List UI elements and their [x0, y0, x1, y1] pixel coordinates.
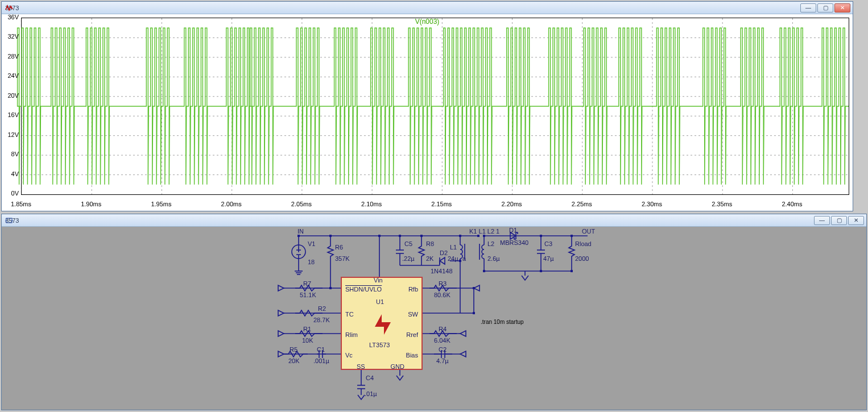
- pin-ss: SS: [357, 363, 365, 370]
- waveform-window: 3573 — ▢ ✕ V(n003) 0V4V8V12V16V20V24V28V…: [1, 1, 853, 211]
- y-tick: 16V: [2, 111, 19, 118]
- x-tick: 1.85ms: [11, 201, 31, 207]
- l1-val: 24µ: [448, 255, 458, 262]
- ic-part: LT3573: [369, 342, 390, 348]
- svg-rect-67: [540, 235, 542, 237]
- y-tick: 24V: [2, 72, 19, 79]
- scope-icon: [5, 4, 13, 12]
- r5-val: 20K: [288, 357, 300, 364]
- svg-rect-20: [6, 218, 12, 223]
- svg-rect-73: [483, 270, 485, 272]
- close-button[interactable]: ✕: [848, 216, 864, 225]
- x-tick: 2.20ms: [501, 201, 522, 207]
- r4-ref: R4: [439, 326, 447, 332]
- r2-val: 28.7K: [313, 317, 330, 323]
- rload-val: 2000: [575, 255, 589, 262]
- svg-marker-81: [278, 331, 284, 336]
- waveform-titlebar[interactable]: 3573 — ▢ ✕: [2, 2, 853, 14]
- l1-ref: L1: [450, 244, 457, 251]
- wiring: [2, 227, 867, 411]
- pin-rlim: Rlim: [345, 331, 358, 338]
- pin-rref: Rref: [406, 331, 418, 338]
- v1-val: 18: [308, 259, 315, 265]
- ic-lt3573: Vin SHDN/UVLO TC Rlim Vc SS GND Bias Rre…: [341, 277, 423, 370]
- ic-ref: U1: [376, 298, 384, 305]
- waveform-svg: [22, 18, 849, 194]
- r8-ref: R8: [426, 240, 434, 247]
- minimize-button[interactable]: —: [814, 216, 830, 225]
- c2-ref: C2: [439, 346, 447, 353]
- close-button[interactable]: ✕: [834, 3, 850, 13]
- schematic-body[interactable]: Vin SHDN/UVLO TC Rlim Vc SS GND Bias Rre…: [2, 227, 866, 410]
- d2-ref: D2: [440, 249, 448, 256]
- svg-rect-74: [540, 270, 542, 272]
- pin-rfb: Rfb: [408, 286, 418, 293]
- svg-marker-80: [278, 310, 284, 316]
- schematic-window: 3573 — ▢ ✕: [1, 214, 867, 410]
- schematic-icon: [5, 217, 13, 224]
- r8-val: 2K: [426, 255, 433, 262]
- r7-ref: R7: [303, 280, 311, 287]
- svg-marker-82: [278, 351, 284, 357]
- pin-gnd: GND: [391, 363, 404, 370]
- svg-marker-83: [460, 331, 466, 336]
- x-tick: 2.10ms: [361, 201, 382, 207]
- r3-ref: R3: [439, 280, 447, 287]
- l2-ref: L2: [487, 240, 494, 247]
- y-tick: 4V: [2, 170, 19, 177]
- maximize-button[interactable]: ▢: [831, 216, 847, 225]
- maximize-button[interactable]: ▢: [817, 3, 833, 13]
- x-tick: 2.40ms: [782, 201, 802, 207]
- x-tick: 2.15ms: [431, 201, 452, 207]
- svg-rect-60: [329, 235, 332, 237]
- c4-val: .01µ: [365, 390, 377, 397]
- x-tick: 1.90ms: [81, 201, 101, 207]
- c1-val: .001µ: [313, 357, 329, 364]
- svg-rect-72: [473, 312, 475, 314]
- r4-val: 6.04K: [434, 337, 450, 344]
- r7-val: 51.1K: [300, 292, 316, 298]
- d1-ref: D1: [509, 227, 517, 234]
- r6-ref: R6: [335, 244, 343, 251]
- pin-shdn: SHDN/UVLO: [345, 286, 382, 293]
- waveform-body[interactable]: V(n003) 0V4V8V12V16V20V24V28V32V36V1.85m…: [2, 14, 853, 211]
- svg-rect-64: [459, 235, 461, 237]
- x-tick: 2.30ms: [642, 201, 662, 207]
- coupling-directive: K1 L1 L2 1: [469, 228, 499, 235]
- y-tick: 0V: [2, 190, 19, 197]
- r1-val: 10K: [302, 337, 313, 344]
- d2-val: 1N4148: [431, 268, 453, 274]
- spice-directive: .tran 10m startup: [481, 319, 524, 325]
- c5-val: .22µ: [402, 255, 415, 262]
- svg-rect-75: [571, 270, 573, 272]
- net-out: OUT: [582, 228, 595, 235]
- c4-ref: C4: [366, 374, 374, 381]
- plot-area[interactable]: [21, 18, 849, 195]
- svg-marker-84: [460, 351, 466, 357]
- svg-rect-66: [483, 235, 485, 237]
- y-tick: 36V: [2, 14, 19, 20]
- svg-marker-102: [440, 257, 445, 264]
- pin-sw: SW: [408, 311, 418, 318]
- schematic-titlebar[interactable]: 3573 — ▢ ✕: [2, 214, 866, 227]
- r6-val: 357K: [335, 255, 350, 262]
- svg-rect-59: [297, 235, 300, 237]
- pin-vin: Vin: [374, 277, 383, 284]
- svg-rect-68: [571, 235, 573, 237]
- svg-marker-122: [375, 314, 391, 335]
- pin-vc: Vc: [345, 352, 353, 359]
- svg-rect-62: [399, 235, 401, 237]
- svg-rect-61: [378, 235, 381, 237]
- minimize-button[interactable]: —: [800, 3, 816, 13]
- x-tick: 1.95ms: [151, 201, 171, 207]
- l2-val: 2.6µ: [487, 255, 500, 262]
- c3-ref: C3: [544, 240, 552, 247]
- l1-dot: a: [462, 255, 466, 262]
- svg-marker-85: [474, 285, 480, 291]
- x-tick: 2.05ms: [291, 201, 312, 207]
- rload-ref: Rload: [575, 240, 592, 247]
- svg-marker-79: [278, 285, 284, 291]
- r3-val: 80.6K: [434, 292, 450, 298]
- c2-val: 4.7µ: [436, 357, 449, 364]
- y-tick: 12V: [2, 131, 19, 138]
